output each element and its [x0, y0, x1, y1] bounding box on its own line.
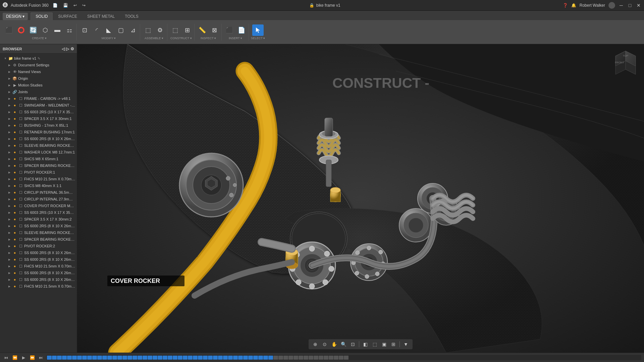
timeline-marker[interactable] [153, 356, 157, 360]
tree-item-fhcs-1[interactable]: ▶ ● ☐ FHCS M10 21.5mm X 0.70mm:1 [0, 176, 77, 182]
rib-btn[interactable]: ▬ [52, 24, 63, 36]
tl-back-btn[interactable]: ⏮ [3, 354, 9, 361]
maximize-btn[interactable]: □ [627, 3, 633, 8]
insert-svg-btn[interactable]: 📄 [236, 24, 247, 36]
timeline-marker[interactable] [304, 356, 308, 360]
timeline-marker[interactable] [218, 356, 223, 360]
tree-item-named-views[interactable]: ▶ 👁 Named Views [0, 68, 77, 75]
timeline-marker[interactable] [138, 356, 142, 360]
tree-item-fhcs-2[interactable]: ▶ ● ☐ FHCS M10 21.5mm X 0.70mm:2 [0, 263, 77, 269]
timeline-marker[interactable] [168, 356, 172, 360]
web-btn[interactable]: ⚏ [64, 24, 75, 36]
tab-tools[interactable]: TOOLS [120, 13, 143, 20]
insert-mesh-btn[interactable]: ⬛ [224, 24, 235, 36]
timeline-marker[interactable] [52, 356, 57, 360]
timeline-marker[interactable] [258, 356, 263, 360]
tab-solid[interactable]: SOLID [31, 12, 53, 20]
timeline-track[interactable] [46, 355, 641, 360]
timeline-marker[interactable] [148, 356, 152, 360]
timeline-marker[interactable] [188, 356, 193, 360]
timeline-marker[interactable] [77, 356, 82, 360]
browser-collapse-icon[interactable]: ◁ [62, 47, 65, 51]
timeline-marker[interactable] [132, 356, 137, 360]
offset-plane-btn[interactable]: ⬚ [169, 24, 181, 36]
tree-item-sleeve-fwd2[interactable]: ▶ ● ☐ SLEEVE BEARING ROCKER - FWD:2 [0, 229, 77, 236]
timeline-marker[interactable] [344, 356, 348, 360]
tree-item-sleeve-fwd1[interactable]: ▶ ● ☐ SLEEVE BEARING ROCKER - FWD:1 [0, 142, 77, 149]
tree-item-shcs-65[interactable]: ▶ ● ☐ SHCS M8 X 65mm:1 [0, 156, 77, 162]
timeline-marker[interactable] [127, 356, 132, 360]
timeline-marker[interactable] [173, 356, 177, 360]
timeline-marker[interactable] [283, 356, 288, 360]
timeline-marker[interactable] [122, 356, 127, 360]
timeline-marker[interactable] [183, 356, 187, 360]
menu-icon-undo[interactable]: ↩ [72, 2, 78, 8]
browser-expand-icon[interactable]: ▷ [66, 47, 69, 51]
tl-end-btn[interactable]: ⏭ [38, 354, 44, 361]
timeline-marker[interactable] [309, 356, 313, 360]
browser-settings-icon[interactable]: ⚙ [70, 47, 74, 51]
tree-item-spacer-1[interactable]: ▶ ● ☐ SPACER 3.5 X 17 X 30mm:1 [0, 115, 77, 122]
timeline-marker[interactable] [223, 356, 228, 360]
timeline-marker[interactable] [238, 356, 243, 360]
timeline-marker[interactable] [117, 356, 122, 360]
tree-item-ss6000-1[interactable]: ▶ ● ☐ SS 6000 2RS (8 X 10 X 26mm):1 [0, 135, 77, 142]
orientation-cube[interactable]: TOP FRONT [612, 49, 639, 76]
timeline-marker[interactable] [263, 356, 268, 360]
display-mode-btn[interactable]: ◧ [361, 340, 369, 348]
timeline-marker[interactable] [72, 356, 77, 360]
tree-item-cover-pivot[interactable]: ▶ ● ☐ COVER PIVOT ROCKER M27.9 X 1l... [0, 202, 77, 209]
draft-btn[interactable]: ⊿ [127, 24, 139, 36]
construct-label[interactable]: CONSTRUCT ▾ [170, 37, 192, 40]
tree-item-doc-settings[interactable]: ▶ ⚙ Document Settings [0, 62, 77, 68]
design-button[interactable]: DESIGN ▾ [3, 13, 28, 20]
tree-item-ss6000-4[interactable]: ▶ ● ☐ SS 6000 2RS (8 X 10 X 26mm):4 [0, 256, 77, 263]
tree-item-swingarm[interactable]: ▶ ● ☐ SWINGARM - WELDMENT -> v32:1 [0, 102, 77, 109]
timeline-marker[interactable] [324, 356, 328, 360]
menu-icon-redo[interactable]: ↪ [81, 2, 87, 8]
tree-item-ss6003-2[interactable]: ▶ ● ☐ SS 6003 2RS (10 X 17 X 35mm):2 [0, 209, 77, 216]
question-icon[interactable]: ❓ [563, 3, 568, 8]
timeline-marker[interactable] [112, 356, 117, 360]
tree-item-joints[interactable]: ▶ 🔗 Joints [0, 88, 77, 95]
tab-sheet-metal[interactable]: SHEET METAL [83, 13, 119, 20]
assemble-label[interactable]: ASSEMBLE ▾ [145, 37, 163, 40]
tree-item-spacer-2[interactable]: ▶ ● ☐ SPACER 3.5 X 17 X 30mm:2 [0, 216, 77, 223]
timeline-marker[interactable] [198, 356, 203, 360]
timeline-marker[interactable] [92, 356, 97, 360]
tree-item-ss6000-5[interactable]: ▶ ● ☐ SS 6000 2RS (8 X 10 X 26mm):5 [0, 269, 77, 276]
timeline-marker[interactable] [62, 356, 67, 360]
minimize-btn[interactable]: ─ [619, 3, 624, 8]
timeline-marker[interactable] [213, 356, 218, 360]
inspect-label[interactable]: INSPECT ▾ [201, 37, 216, 40]
zoom-btn[interactable]: 🔍 [339, 340, 347, 348]
timeline-marker[interactable] [299, 356, 303, 360]
bell-icon[interactable]: 🔔 [571, 3, 576, 8]
timeline-marker[interactable] [158, 356, 162, 360]
visual-style-btn[interactable]: ⬚ [371, 340, 379, 348]
timeline-marker[interactable] [243, 356, 248, 360]
tab-surface[interactable]: SURFACE [53, 13, 82, 20]
create-label[interactable]: CREATE ▾ [32, 37, 46, 40]
timeline-marker[interactable] [163, 356, 167, 360]
extrude-btn[interactable]: ⬛ [3, 24, 15, 36]
shell-btn[interactable]: ▢ [115, 24, 126, 36]
timeline-marker[interactable] [102, 356, 107, 360]
tree-item-pivot-1[interactable]: ▶ ● ☐ PIVOT ROCKER:1 [0, 169, 77, 176]
tree-item-circlip-36[interactable]: ▶ ● ☐ CIRCLIP INTERNAL 36.5mm OD:1 [0, 189, 77, 196]
timeline-marker[interactable] [293, 356, 298, 360]
snap-btn[interactable]: ⊕ [311, 340, 319, 348]
menu-icon-save[interactable]: 💾 [62, 2, 69, 8]
pan-btn[interactable]: ✋ [330, 340, 338, 348]
tree-item-motion[interactable]: ▶ ▶ Motion Studies [0, 82, 77, 88]
tree-item-spacer-mid-2[interactable]: ▶ ● ☐ SPACER BEARING ROCKER - MID L... [0, 236, 77, 243]
midplane-btn[interactable]: ⊞ [181, 24, 193, 36]
fillet-btn[interactable]: ◜ [91, 24, 102, 36]
sweep-btn[interactable]: 🔄 [28, 24, 39, 36]
timeline-marker[interactable] [203, 356, 208, 360]
viewport[interactable]: COVER ROCKER CONSTRUCT - [77, 44, 644, 353]
tree-item-fhcs-3[interactable]: ▶ ● ☐ FHCS M10 21.5mm X 0.70mm:3 [0, 283, 77, 290]
press-pull-btn[interactable]: ⊡ [79, 24, 90, 36]
tree-item-origin[interactable]: ▶ 📦 Origin [0, 75, 77, 82]
timeline-marker[interactable] [334, 356, 338, 360]
